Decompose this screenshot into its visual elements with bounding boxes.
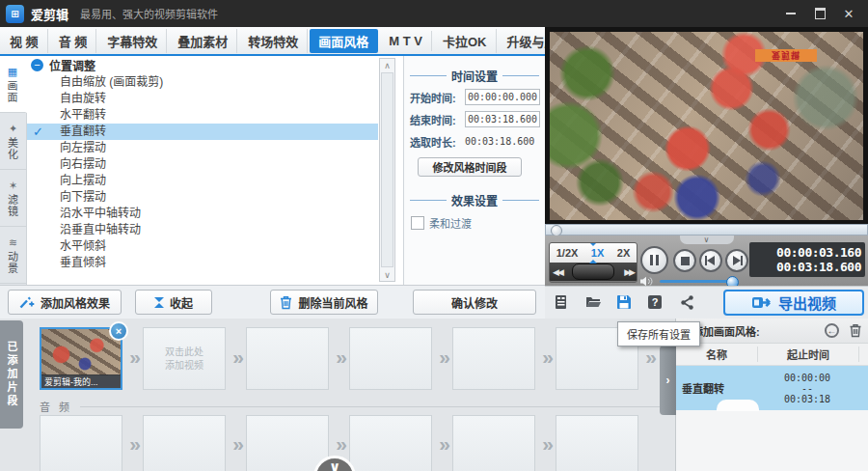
menu-overlay-material[interactable]: 叠加素材 <box>169 29 237 53</box>
soft-transition-checkbox[interactable] <box>411 216 424 230</box>
menu-video[interactable]: 视 频 <box>1 29 48 53</box>
clip-slot-4[interactable] <box>349 327 432 390</box>
speed-1x[interactable]: 1X <box>591 247 604 259</box>
add-style-button[interactable]: 添加风格效果 <box>8 290 122 315</box>
jog-forward-icon[interactable]: ▶▶ <box>624 267 634 277</box>
menu-mtv[interactable]: M T V <box>380 31 432 51</box>
export-video-button[interactable]: 导出视频 <box>723 290 864 316</box>
audio-slot-4[interactable] <box>349 415 432 471</box>
list-item[interactable]: 自由旋转 <box>27 91 378 107</box>
pause-button[interactable] <box>640 246 668 274</box>
next-frame-button[interactable] <box>725 249 748 272</box>
speed-2x[interactable]: 2X <box>617 247 630 259</box>
close-button[interactable]: ✕ <box>841 7 856 20</box>
trash-icon <box>280 295 292 310</box>
scroll-down-icon[interactable]: ∨ <box>380 268 394 281</box>
list-item-selected[interactable]: ✓ 垂直翻转 <box>27 124 378 140</box>
menu-karaoke[interactable]: 卡拉OK <box>434 29 497 53</box>
style-actions-bar: 添加风格效果 收起 删除当前风格 确认修改 <box>0 285 545 319</box>
audio-track-header: 音 频 <box>40 400 665 413</box>
styles-panel-title: 已添加画面风格: <box>682 323 825 339</box>
remove-clip-icon[interactable]: × <box>109 321 128 341</box>
menu-audio[interactable]: 音 频 <box>50 29 97 53</box>
tab-filter[interactable]: ✶ 滤镜 <box>0 170 26 227</box>
clip-slot-2-add[interactable]: 双击此处 添加视频 <box>143 327 226 390</box>
menu-subtitle-effects[interactable]: 字幕特效 <box>98 29 167 53</box>
list-item[interactable]: 向下摆动 <box>27 189 378 206</box>
open-folder-icon[interactable] <box>584 293 602 311</box>
clip-slot-3[interactable] <box>246 327 329 390</box>
check-icon: ✓ <box>33 124 43 140</box>
soft-transition-label: 柔和过渡 <box>429 215 472 231</box>
end-time-label: 结束时间: <box>410 112 465 127</box>
playback-controls: ∨ 1/2X 1X 2X ◀◀ ▶▶ <box>545 236 868 286</box>
clip-slot-1[interactable]: 爱剪辑-我的... × <box>40 327 122 390</box>
chevron-double-icon: » <box>125 346 145 369</box>
audio-slot-1[interactable] <box>40 415 122 471</box>
save-settings-icon[interactable] <box>615 293 633 311</box>
menu-picture-style[interactable]: 画面风格 <box>310 29 378 53</box>
list-scrollbar[interactable]: ∧ ∨ <box>379 58 395 282</box>
back-arrow-icon[interactable]: ← <box>825 323 839 338</box>
filter-wand-icon: ✶ <box>9 180 17 192</box>
duration-value: 00:03:18.600 <box>465 136 534 147</box>
seek-bar[interactable] <box>545 224 868 236</box>
duration-label: 选取时长: <box>410 134 465 150</box>
audio-slot-3[interactable] <box>246 415 329 471</box>
tab-picture[interactable]: ▦ 画面 <box>0 56 27 113</box>
tab-motion[interactable]: ≋ 动景 <box>0 227 26 284</box>
speed-half[interactable]: 1/2X <box>556 247 579 259</box>
list-item[interactable]: 向右摆动 <box>27 156 378 173</box>
sparkle-icon: ✦ <box>9 123 17 135</box>
list-item[interactable]: 沿垂直中轴转动 <box>27 222 378 238</box>
audio-slot-2[interactable] <box>143 415 226 471</box>
volume-slider[interactable] <box>660 280 735 283</box>
video-file-icon[interactable] <box>553 293 570 311</box>
share-icon[interactable] <box>678 293 695 311</box>
audio-slot-6[interactable] <box>556 415 638 471</box>
list-item[interactable]: 垂直倾斜 <box>27 255 378 271</box>
step-back-icon <box>705 256 717 265</box>
collapse-list-button[interactable]: 收起 <box>135 290 212 315</box>
end-time-input[interactable]: 00:03:18.600 <box>465 111 540 127</box>
jog-back-icon[interactable]: ◀◀ <box>553 267 562 277</box>
chevron-double-icon: » <box>125 432 145 456</box>
list-item[interactable]: 向左摆动 <box>27 140 378 156</box>
scroll-thumb[interactable] <box>381 72 393 267</box>
list-item[interactable]: 水平翻转 <box>27 107 378 124</box>
stop-button[interactable] <box>673 249 696 272</box>
list-item[interactable]: 向上摆动 <box>27 173 378 189</box>
audio-slot-5[interactable] <box>452 415 535 471</box>
tab-beautify[interactable]: ✦ 美化 <box>0 113 26 170</box>
minimize-button[interactable] <box>783 7 799 20</box>
style-row-selected[interactable]: 垂直翻转 00:00:00 -- 00:03:18 <box>676 366 868 410</box>
menu-transition-effects[interactable]: 转场特效 <box>239 29 308 53</box>
delete-current-style-button[interactable]: 删除当前风格 <box>270 290 378 315</box>
chevron-double-icon: » <box>332 346 351 369</box>
row-notch <box>717 400 759 411</box>
list-group-position-adjust[interactable]: − 位置调整 <box>27 56 378 74</box>
start-time-input[interactable]: 00:00:00.000 <box>465 89 540 105</box>
help-icon[interactable]: ? <box>646 293 664 311</box>
scroll-up-icon[interactable]: ∧ <box>380 59 394 71</box>
list-item[interactable]: 沿水平中轴转动 <box>27 206 378 222</box>
confirm-changes-button[interactable]: 确认修改 <box>413 290 536 315</box>
clip-slot-5[interactable] <box>452 327 535 390</box>
jog-thumb[interactable] <box>572 263 614 280</box>
list-item[interactable]: 自由缩放 (画面裁剪) <box>27 74 378 91</box>
modify-time-range-button[interactable]: 修改风格时间段 <box>418 157 522 177</box>
panel-trash-icon[interactable] <box>849 323 862 338</box>
video-frame[interactable]: 爱剪辑 <box>550 32 863 220</box>
panel-expand-tab[interactable]: › <box>660 346 676 415</box>
maximize-button[interactable] <box>812 7 827 20</box>
list-item[interactable]: 水平倾斜 <box>27 238 378 255</box>
chevron-double-icon: » <box>538 432 557 456</box>
style-row-name: 垂直翻转 <box>676 380 757 396</box>
previous-frame-button[interactable] <box>699 249 722 272</box>
style-workspace: ▦ 画面 ✦ 美化 ✶ 滤镜 ≋ 动景 − 位置调整 自由缩放 (画面裁剪) 自… <box>0 56 545 319</box>
stop-icon <box>681 257 690 265</box>
added-clips-tab[interactable]: 已添加片段 <box>0 320 23 429</box>
controls-collapse-tab[interactable]: ∨ <box>680 236 734 244</box>
timeline: 已添加片段 爱剪辑-我的... × » 双击此处 添加视频 » » » » » … <box>0 319 675 471</box>
clip-name: 爱剪辑-我的... <box>41 374 121 388</box>
